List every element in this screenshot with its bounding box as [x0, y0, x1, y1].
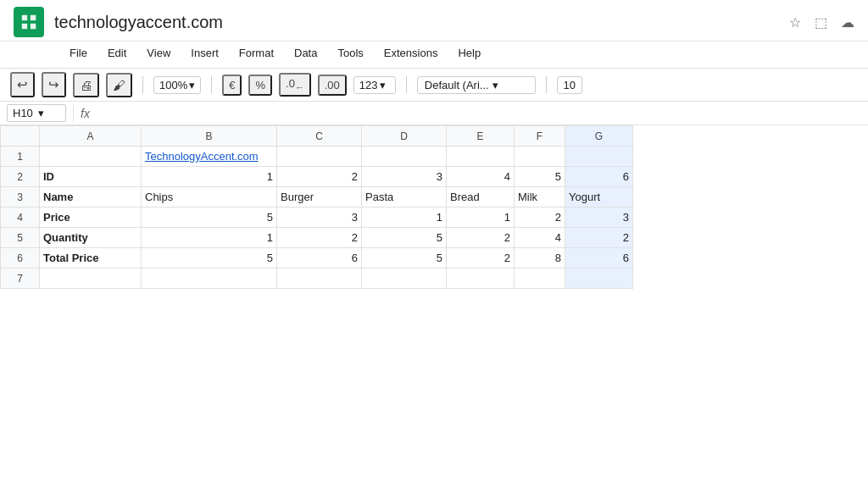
cell-d3[interactable]: Pasta [362, 187, 447, 208]
cell-b1[interactable]: TechnologyAccent.com [142, 147, 277, 167]
undo-button[interactable]: ↩ [10, 72, 35, 97]
decimal-less-button[interactable]: .0← [279, 73, 311, 97]
col-header-e[interactable]: E [447, 126, 515, 147]
cell-a5[interactable]: Quantity [40, 228, 142, 248]
formula-input[interactable] [97, 112, 861, 115]
title-bar: technologyaccent.com ☆ ⬚ ☁ [0, 0, 868, 42]
cell-g4[interactable]: 3 [565, 208, 633, 228]
cell-c5[interactable]: 2 [277, 228, 362, 248]
col-header-c[interactable]: C [277, 126, 362, 147]
cell-a1[interactable] [40, 147, 142, 167]
cell-b7[interactable] [142, 268, 277, 289]
cell-e2[interactable]: 4 [447, 167, 515, 187]
cell-f4[interactable]: 2 [515, 208, 565, 228]
font-size-input[interactable]: 10 [557, 76, 582, 94]
menu-edit[interactable]: Edit [99, 43, 135, 63]
svg-rect-0 [22, 15, 27, 20]
menu-format[interactable]: Format [231, 43, 282, 63]
cell-c4[interactable]: 3 [277, 208, 362, 228]
cell-b3[interactable]: Chips [142, 187, 277, 208]
cell-e3[interactable]: Bread [447, 187, 515, 208]
zoom-selector[interactable]: 100% ▾ [153, 76, 201, 94]
menu-view[interactable]: View [138, 43, 179, 63]
cell-e1[interactable] [447, 147, 515, 167]
redo-button[interactable]: ↪ [42, 72, 66, 97]
svg-rect-3 [31, 24, 36, 29]
cell-d2[interactable]: 3 [362, 167, 447, 187]
cell-d4[interactable]: 1 [362, 208, 447, 228]
menu-tools[interactable]: Tools [329, 43, 371, 63]
cell-b6[interactable]: 5 [142, 248, 277, 268]
cell-f2[interactable]: 5 [515, 167, 565, 187]
col-header-b[interactable]: B [142, 126, 277, 147]
cell-d5[interactable]: 5 [362, 228, 447, 248]
cell-f3[interactable]: Milk [515, 187, 565, 208]
col-header-a[interactable]: A [40, 126, 142, 147]
cell-g6[interactable]: 6 [565, 248, 633, 268]
cell-f7[interactable] [515, 268, 565, 289]
spreadsheet[interactable]: A B C D E F G 1 TechnologyAccent.com [0, 125, 868, 487]
row-header-4[interactable]: 4 [1, 208, 40, 228]
menu-data[interactable]: Data [286, 43, 326, 63]
cloud-icon[interactable]: ☁ [841, 14, 854, 30]
cell-f1[interactable] [515, 147, 565, 167]
paint-format-button[interactable]: 🖌 [106, 73, 132, 97]
cell-c7[interactable] [277, 268, 362, 289]
cell-c6[interactable]: 6 [277, 248, 362, 268]
cell-d1[interactable] [362, 147, 447, 167]
col-header-d[interactable]: D [362, 126, 447, 147]
row-header-5[interactable]: 5 [1, 228, 40, 248]
cell-d6[interactable]: 5 [362, 248, 447, 268]
col-header-f[interactable]: F [515, 126, 565, 147]
col-header-g[interactable]: G [565, 126, 633, 147]
font-family-value: Default (Ari... [425, 79, 489, 91]
currency-button[interactable]: € [222, 75, 242, 96]
decimal-more-button[interactable]: .00 [318, 75, 347, 96]
table-row: 6 Total Price 5 6 5 2 8 6 [1, 248, 633, 268]
folder-icon[interactable]: ⬚ [815, 14, 827, 30]
cell-reference[interactable]: H10 ▾ [7, 104, 66, 122]
cell-e5[interactable]: 2 [447, 228, 515, 248]
cell-c1[interactable] [277, 147, 362, 167]
number-format-selector[interactable]: 123 ▾ [353, 76, 396, 94]
percent-button[interactable]: % [248, 75, 272, 96]
menu-insert[interactable]: Insert [182, 43, 227, 63]
menu-file[interactable]: File [61, 43, 96, 63]
toolbar-separator-4 [546, 76, 547, 93]
row-header-6[interactable]: 6 [1, 248, 40, 268]
cell-f5[interactable]: 4 [515, 228, 565, 248]
menu-extensions[interactable]: Extensions [376, 43, 447, 63]
print-button[interactable]: 🖨 [73, 73, 99, 97]
cell-a3[interactable]: Name [40, 187, 142, 208]
cell-b2[interactable]: 1 [142, 167, 277, 187]
cell-b4[interactable]: 5 [142, 208, 277, 228]
cell-c2[interactable]: 2 [277, 167, 362, 187]
menu-help[interactable]: Help [449, 43, 489, 63]
cell-a6[interactable]: Total Price [40, 248, 142, 268]
cell-a7[interactable] [40, 268, 142, 289]
table-row: 7 [1, 268, 633, 289]
star-icon[interactable]: ☆ [789, 14, 801, 30]
cell-a4[interactable]: Price [40, 208, 142, 228]
cell-g1[interactable] [565, 147, 633, 167]
row-header-1[interactable]: 1 [1, 147, 40, 167]
cell-g3[interactable]: Yogurt [565, 187, 633, 208]
cell-c3[interactable]: Burger [277, 187, 362, 208]
row-header-2[interactable]: 2 [1, 167, 40, 187]
cell-a2[interactable]: ID [40, 167, 142, 187]
cell-f6[interactable]: 8 [515, 248, 565, 268]
corner-header [1, 126, 40, 147]
cell-g2[interactable]: 6 [565, 167, 633, 187]
cell-g5[interactable]: 2 [565, 228, 633, 248]
cell-e6[interactable]: 2 [447, 248, 515, 268]
row-header-7[interactable]: 7 [1, 268, 40, 289]
cell-g7[interactable] [565, 268, 633, 289]
cell-b5[interactable]: 1 [142, 228, 277, 248]
font-family-selector[interactable]: Default (Ari... ▾ [417, 76, 536, 94]
row-header-3[interactable]: 3 [1, 187, 40, 208]
cell-e4[interactable]: 1 [447, 208, 515, 228]
cell-d7[interactable] [362, 268, 447, 289]
menu-bar: File Edit View Insert Format Data Tools … [0, 42, 868, 68]
zoom-chevron-icon: ▾ [189, 79, 195, 91]
cell-e7[interactable] [447, 268, 515, 289]
